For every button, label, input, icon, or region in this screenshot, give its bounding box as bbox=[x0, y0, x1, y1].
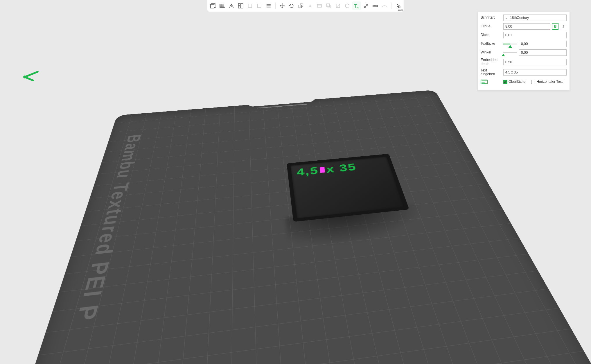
size-input[interactable] bbox=[503, 23, 550, 30]
horizontal-text-checkbox[interactable]: Horizontaler Text bbox=[531, 80, 567, 84]
svg-point-5 bbox=[231, 6, 232, 7]
svg-text:+: + bbox=[214, 6, 215, 9]
embossed-text-right: x 35 bbox=[326, 126, 359, 139]
surface-checkbox-input[interactable] bbox=[503, 80, 507, 84]
measure-tool-button[interactable] bbox=[361, 1, 370, 10]
split-object-button: O bbox=[245, 1, 254, 10]
bold-toggle[interactable]: B bbox=[552, 23, 558, 30]
angle-input[interactable] bbox=[519, 49, 567, 56]
svg-rect-14 bbox=[326, 4, 329, 7]
assembly-view-button bbox=[380, 1, 389, 10]
text-cursor bbox=[320, 167, 325, 173]
svg-point-22 bbox=[398, 6, 400, 8]
text-content-input[interactable] bbox=[503, 69, 567, 76]
angle-slider[interactable] bbox=[503, 49, 517, 56]
surface-checkbox-label: Oberfläche bbox=[509, 80, 526, 84]
text-tool-button[interactable]: Ta bbox=[352, 1, 361, 10]
mesh-boolean-button bbox=[324, 1, 333, 10]
add-primitive-button[interactable]: + bbox=[208, 1, 217, 10]
variable-layer-button[interactable] bbox=[264, 1, 273, 10]
build-plate[interactable]: Bambu Textured PEI P 4,5x 35 bbox=[0, 90, 591, 364]
thickness-label: Dicke bbox=[481, 33, 502, 37]
embossed-text-left: 4,5 bbox=[295, 130, 319, 142]
thickness-input[interactable] bbox=[503, 32, 567, 38]
keyboard-icon[interactable] bbox=[481, 80, 488, 84]
surface-checkbox[interactable]: Oberfläche bbox=[503, 80, 529, 84]
size-label: Größe bbox=[481, 24, 502, 28]
main-toolbar: + + auto O P Ta bbox=[207, 0, 403, 12]
svg-text:T: T bbox=[354, 3, 357, 8]
text-gap-label: Textlücke bbox=[481, 42, 502, 46]
add-plate-button[interactable]: + bbox=[218, 1, 226, 10]
text-gap-slider[interactable] bbox=[503, 41, 517, 47]
angle-label: Winkel bbox=[481, 51, 502, 55]
svg-rect-15 bbox=[328, 5, 330, 8]
svg-text:+: + bbox=[223, 6, 225, 9]
toolbar-separator bbox=[391, 3, 391, 9]
horizontal-text-checkbox-input[interactable] bbox=[531, 80, 535, 84]
svg-rect-8 bbox=[238, 6, 240, 8]
horizontal-text-checkbox-label: Horizontaler Text bbox=[536, 80, 563, 84]
text-properties-panel: Schriftart ⌄ Größe B T Dicke Textlücke W… bbox=[478, 12, 570, 90]
arrange-button[interactable] bbox=[236, 1, 245, 10]
svg-rect-9 bbox=[248, 4, 252, 8]
split-part-button: P bbox=[255, 1, 263, 10]
svg-rect-7 bbox=[241, 3, 243, 8]
plate-handle-slot bbox=[256, 103, 307, 109]
svg-point-0 bbox=[23, 76, 26, 78]
support-paint-button bbox=[333, 1, 342, 10]
embedded-depth-label: Embedded depth bbox=[481, 58, 502, 66]
svg-text:a: a bbox=[357, 6, 358, 9]
embedded-depth-input[interactable] bbox=[503, 59, 567, 65]
ruler-tool-button[interactable] bbox=[371, 1, 379, 10]
text-input-label: Text eingeben bbox=[481, 69, 502, 77]
rotate-tool-button[interactable] bbox=[287, 1, 296, 10]
lay-flat-button bbox=[306, 1, 314, 10]
font-select[interactable] bbox=[503, 15, 567, 21]
model-part[interactable]: 4,5x 35 bbox=[290, 156, 404, 218]
auto-orient-button[interactable]: auto bbox=[227, 1, 236, 10]
axis-indicator bbox=[23, 65, 41, 81]
font-label: Schriftart bbox=[481, 16, 502, 20]
svg-rect-6 bbox=[238, 3, 240, 6]
text-gap-input[interactable] bbox=[519, 41, 567, 47]
seam-paint-button bbox=[343, 1, 351, 10]
cut-tool-button bbox=[315, 1, 324, 10]
scale-tool-button[interactable] bbox=[296, 1, 305, 10]
plate-label: Bambu Textured PEI P bbox=[70, 134, 145, 323]
svg-rect-10 bbox=[257, 4, 261, 8]
svg-rect-21 bbox=[373, 5, 377, 7]
italic-toggle[interactable]: T bbox=[560, 23, 567, 30]
move-tool-button[interactable] bbox=[278, 1, 286, 10]
svg-rect-1 bbox=[210, 5, 214, 8]
toolbar-separator bbox=[275, 3, 275, 9]
